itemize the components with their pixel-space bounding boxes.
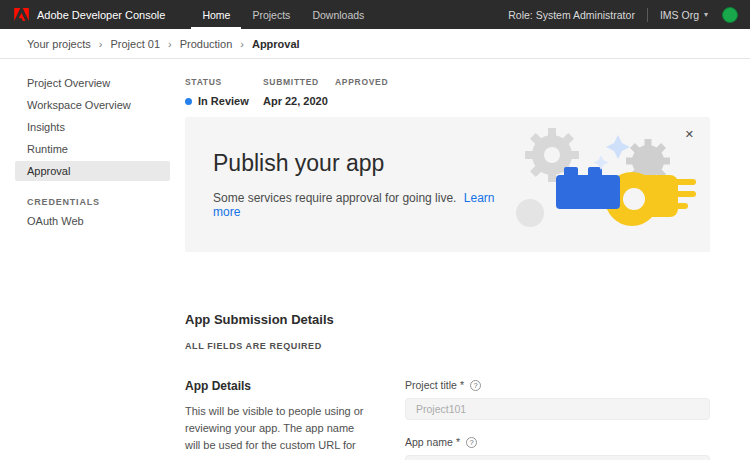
app-details-title: App Details bbox=[185, 379, 370, 393]
chevron-right-icon: › bbox=[99, 38, 103, 50]
project-title-label-row: Project title * ? bbox=[405, 379, 710, 391]
app-details-info: App Details This will be visible to peop… bbox=[185, 379, 370, 460]
app-title: Adobe Developer Console bbox=[37, 9, 165, 21]
project-title-label: Project title bbox=[405, 379, 457, 391]
nav-downloads[interactable]: Downloads bbox=[301, 0, 375, 29]
banner-description-text: Some services require approval for going… bbox=[213, 191, 456, 205]
breadcrumb: Your projects › Project 01 › Production … bbox=[0, 29, 750, 59]
banner-text: Publish your app Some services require a… bbox=[213, 150, 500, 219]
sidebar-item-approval[interactable]: Approval bbox=[15, 161, 170, 181]
top-bar: Adobe Developer Console Home Projects Do… bbox=[0, 0, 750, 29]
sidebar-item-oauth-web[interactable]: OAuth Web bbox=[15, 211, 170, 231]
approved-column: APPROVED bbox=[335, 77, 388, 107]
role-label: Role: System Administrator bbox=[508, 9, 635, 21]
status-dot-icon bbox=[185, 98, 192, 105]
app-name-input[interactable]: SampleNewApp bbox=[405, 455, 710, 460]
chevron-right-icon: › bbox=[168, 38, 172, 50]
breadcrumb-production[interactable]: Production bbox=[180, 38, 233, 50]
status-value: In Review bbox=[185, 95, 263, 107]
close-icon[interactable]: ✕ bbox=[683, 127, 696, 142]
sidebar-item-runtime[interactable]: Runtime bbox=[15, 139, 170, 159]
chevron-right-icon: › bbox=[240, 38, 244, 50]
divider bbox=[647, 8, 648, 22]
app-details-section: App Details This will be visible to peop… bbox=[185, 379, 710, 460]
help-icon[interactable]: ? bbox=[470, 380, 481, 391]
sidebar-item-workspace-overview[interactable]: Workspace Overview bbox=[15, 95, 170, 115]
adobe-logo-icon bbox=[14, 8, 29, 21]
chevron-down-icon: ▾ bbox=[704, 10, 708, 19]
status-label: STATUS bbox=[185, 77, 263, 87]
app-submission-details-title: App Submission Details bbox=[185, 312, 710, 327]
breadcrumb-approval: Approval bbox=[252, 38, 300, 50]
sidebar-item-project-overview[interactable]: Project Overview bbox=[15, 73, 170, 93]
help-icon[interactable]: ? bbox=[466, 437, 477, 448]
banner-description: Some services require approval for going… bbox=[213, 191, 500, 219]
required-asterisk: * bbox=[460, 379, 464, 391]
breadcrumb-project-01[interactable]: Project 01 bbox=[110, 38, 160, 50]
ims-org-menu[interactable]: IMS Org ▾ bbox=[660, 9, 708, 21]
main-content: STATUS In Review SUBMITTED Apr 22, 2020 … bbox=[170, 59, 750, 460]
banner-title: Publish your app bbox=[213, 150, 500, 177]
field-app-name: App name * ? SampleNewApp bbox=[405, 436, 710, 460]
ims-org-label: IMS Org bbox=[660, 9, 699, 21]
status-row: STATUS In Review SUBMITTED Apr 22, 2020 … bbox=[185, 77, 710, 107]
nav-projects[interactable]: Projects bbox=[241, 0, 301, 29]
app-details-description: This will be visible to people using or … bbox=[185, 403, 370, 460]
required-note: ALL FIELDS ARE REQUIRED bbox=[185, 341, 710, 351]
app-details-form: Project title * ? Project101 App name * … bbox=[405, 379, 710, 460]
sidebar-item-insights[interactable]: Insights bbox=[15, 117, 170, 137]
submitted-value: Apr 22, 2020 bbox=[263, 95, 335, 107]
app-name-label-row: App name * ? bbox=[405, 436, 710, 448]
field-project-title: Project title * ? Project101 bbox=[405, 379, 710, 420]
publish-banner: Publish your app Some services require a… bbox=[185, 117, 710, 252]
approved-label: APPROVED bbox=[335, 77, 388, 87]
sidebar: Project Overview Workspace Overview Insi… bbox=[15, 59, 170, 460]
top-bar-right: Role: System Administrator IMS Org ▾ bbox=[508, 7, 738, 23]
breadcrumb-your-projects[interactable]: Your projects bbox=[27, 38, 91, 50]
submitted-label: SUBMITTED bbox=[263, 77, 335, 87]
top-nav: Home Projects Downloads bbox=[191, 0, 375, 29]
status-value-text: In Review bbox=[198, 95, 249, 107]
nav-home[interactable]: Home bbox=[191, 0, 241, 29]
app-name-label: App name bbox=[405, 436, 453, 448]
submitted-column: SUBMITTED Apr 22, 2020 bbox=[263, 77, 335, 107]
required-asterisk: * bbox=[456, 436, 460, 448]
status-column: STATUS In Review bbox=[185, 77, 263, 107]
avatar[interactable] bbox=[722, 7, 738, 23]
sidebar-section-credentials: CREDENTIALS bbox=[15, 193, 170, 211]
project-title-input[interactable]: Project101 bbox=[405, 398, 710, 420]
publish-illustration bbox=[500, 125, 700, 244]
